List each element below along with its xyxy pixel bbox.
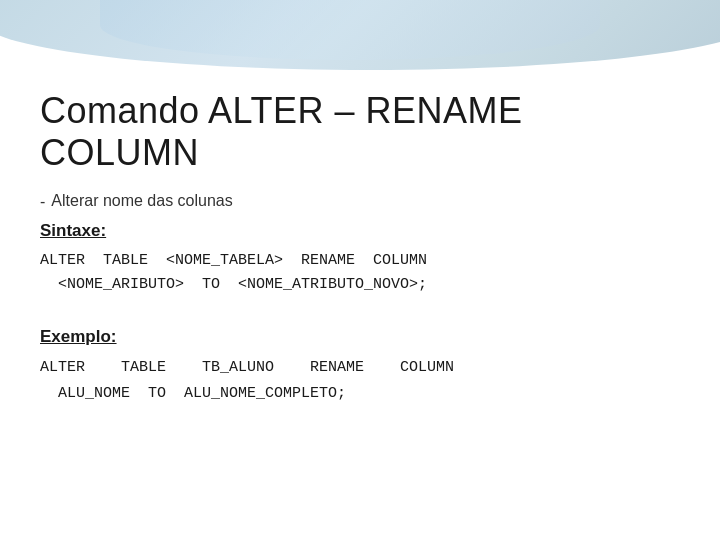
example-label: Exemplo: <box>40 327 680 347</box>
syntax-label: Sintaxe: <box>40 221 680 241</box>
subtitle-line: - Alterar nome das colunas <box>40 192 680 211</box>
example-code: ALTER TABLE TB_ALUNO RENAME COLUMN ALU_N… <box>40 355 680 406</box>
syntax-code: ALTER TABLE <NOME_TABELA> RENAME COLUMN … <box>40 249 680 297</box>
example-section: Exemplo: ALTER TABLE TB_ALUNO RENAME COL… <box>40 327 680 406</box>
subtitle-text: Alterar nome das colunas <box>51 192 232 210</box>
page-title: Comando ALTER – RENAME COLUMN <box>40 90 680 174</box>
main-content: Comando ALTER – RENAME COLUMN - Alterar … <box>0 0 720 436</box>
dash-icon: - <box>40 193 45 211</box>
